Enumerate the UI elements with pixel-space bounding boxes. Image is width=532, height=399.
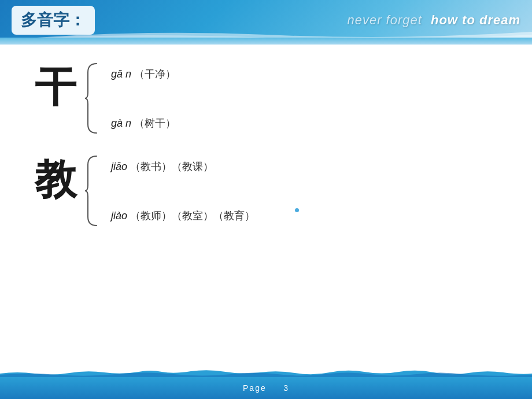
pron-jiao-2: jiào （教师）（教室）（教育）: [111, 209, 255, 223]
pron-gan-1: gā n （干净）: [111, 67, 176, 81]
pinyin-jiao-1: jiāo: [111, 161, 127, 172]
char-section-jiao: 教 jiāo （教书）（教课） jiào （教师）（教室）（教育）: [35, 153, 497, 228]
footer-text: Page 3: [243, 383, 289, 393]
footer-landscape: [0, 369, 532, 377]
footer-wave-svg: [0, 369, 532, 377]
main-content: 干 gā n （干净） gà n （树干） 教: [0, 43, 532, 370]
examples-gan-2: （树干）: [134, 117, 176, 129]
header: 多音字： never forget how to dream: [0, 0, 532, 40]
header-tagline: never forget how to dream: [347, 13, 520, 28]
page-title: 多音字：: [12, 6, 95, 35]
brace-gan: [82, 61, 99, 136]
pinyin-jiao-2: jiào: [111, 210, 127, 221]
pron-gan-2: gà n （树干）: [111, 116, 176, 130]
pron-jiao-1: jiāo （教书）（教课）: [111, 160, 255, 173]
char-section-gan: 干 gā n （干净） gà n （树干）: [35, 61, 497, 136]
examples-gan-1: （干净）: [134, 68, 176, 80]
pronunciations-jiao: jiāo （教书）（教课） jiào （教师）（教室）（教育）: [111, 153, 255, 228]
brace-jiao: [82, 153, 99, 228]
decorative-dot: [295, 208, 299, 212]
footer-bar: Page 3: [0, 377, 532, 399]
brace-svg-gan: [82, 61, 99, 136]
examples-jiao-1: （教书）（教课）: [130, 161, 213, 172]
character-gan: 干: [35, 66, 76, 108]
pinyin-gan-2: gà n: [111, 117, 131, 129]
footer-page-number: 3: [283, 383, 289, 393]
pinyin-gan-1: gā n: [111, 68, 131, 80]
tagline-part2: how to dream: [431, 13, 520, 27]
pronunciations-gan: gā n （干净） gà n （树干）: [111, 61, 176, 136]
character-jiao: 教: [35, 159, 76, 201]
header-bottom-wave: [0, 38, 532, 45]
footer-page-label: Page: [243, 383, 267, 393]
examples-jiao-2: （教师）（教室）（教育）: [130, 210, 255, 221]
brace-svg-jiao: [82, 153, 99, 228]
tagline-part1: never forget: [347, 13, 422, 27]
